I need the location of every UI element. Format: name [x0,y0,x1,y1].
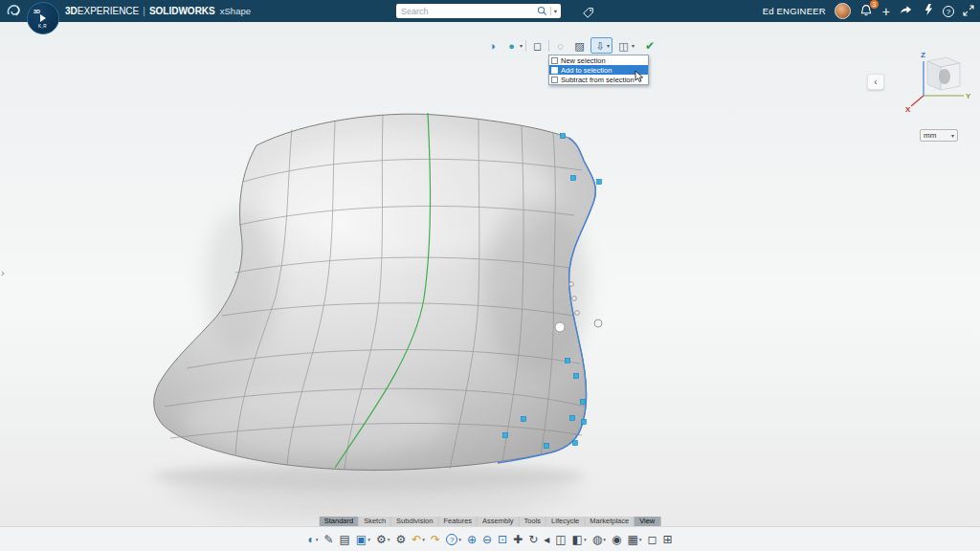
chevron-down-icon[interactable]: ▾ [388,537,390,542]
sketch-button[interactable]: ✎ [323,531,333,548]
selection-filter-icon: ◫ [615,38,632,54]
brand-product: SOLIDWORKS [149,6,215,16]
chevron-down-icon[interactable]: ▾ [520,42,523,49]
pan-button[interactable]: ✚ [513,531,523,548]
display-style-button[interactable]: ◐▾ [307,531,318,548]
chevron-down-icon[interactable]: ▾ [607,42,610,49]
box-select-button[interactable]: ◻ [529,38,546,54]
view-triad[interactable]: Z Y X [904,48,971,117]
chevron-down-icon[interactable]: ▾ [632,42,635,49]
appearance-button[interactable]: ◉ [612,531,621,548]
user-name[interactable]: Ed ENGINEER [763,6,826,16]
tab-view[interactable]: View [635,517,660,526]
panel-collapse-button[interactable]: ‹ [867,74,884,90]
sketch-icon: ✎ [323,532,333,547]
add-content-button[interactable]: + [882,5,890,18]
tab-sketch[interactable]: Sketch [359,517,391,526]
selection-toolbar: ◑ ● ▾ ◻ ◌ ▨ ⇩ ▾ ◫ ▾ ✔ [484,37,655,54]
selection-filter-button[interactable]: ◫ ▾ [615,38,635,54]
mouse-cursor [635,70,644,87]
brand-prefix: 3D [65,6,78,16]
zoom-fit-button[interactable]: ⊡ [498,531,507,548]
help-button-bottom[interactable]: ?▾ [446,531,461,548]
rotate-icon: ↻ [528,532,538,547]
hide-show-button[interactable]: ◍▾ [592,531,606,548]
share-button[interactable] [899,3,913,20]
tab-lifecycle[interactable]: Lifecycle [546,517,585,526]
chevron-down-icon: ▾ [951,132,954,139]
compass-play-icon [40,14,46,22]
chevron-down-icon[interactable]: ▾ [458,537,461,542]
chevron-down-icon[interactable]: ▾ [584,537,587,542]
menu-item-label: Subtract from selection [561,76,635,84]
tools-icon: ⚙ [376,532,387,547]
help-button[interactable]: ? [943,6,954,17]
isolate-button[interactable]: ◻ [648,531,657,548]
tag-button[interactable] [582,6,595,23]
menu-item-label: Add to selection [561,66,612,75]
chevron-down-icon[interactable]: ▾ [603,537,606,542]
undo-button[interactable]: ↶▾ [412,531,425,548]
multi-view-icon: ⊞ [663,532,673,547]
chevron-down-icon[interactable]: ▾ [368,537,370,542]
hide-show-icon: ◍ [592,532,602,547]
search-input[interactable] [396,7,537,16]
search-options-caret[interactable]: ▾ [554,8,561,15]
zoom-out-button[interactable]: ⊖ [482,531,492,548]
display-mode-icon: ◧ [572,532,583,547]
tab-tools[interactable]: Tools [520,517,547,526]
add-to-selection-icon [551,67,558,74]
tools-button[interactable]: ⚙▾ [376,531,390,548]
document-button[interactable]: ▤ [340,531,350,548]
fullscreen-button[interactable] [963,3,974,20]
selection-mode-icon: ⇩ [593,38,607,54]
tab-assembly[interactable]: Assembly [478,517,520,526]
3ds-logo[interactable] [5,2,22,23]
apps-button[interactable] [922,3,934,20]
rotate-view-button[interactable]: ↻ [528,531,538,548]
tab-marketplace[interactable]: Marketplace [585,517,635,526]
search-icon[interactable] [537,6,547,16]
redo-button[interactable]: ↷ [431,531,440,548]
previous-view-button[interactable]: ◂ [544,531,549,548]
display-mode-button[interactable]: ◧▾ [572,531,587,548]
notification-badge: 3 [870,0,879,9]
paint-select-button[interactable]: ▨ [571,38,588,54]
chevron-down-icon[interactable]: ▾ [316,537,319,542]
x-axis-label: X [905,105,911,113]
menu-item-add-to-selection[interactable]: Add to selection [549,65,648,75]
left-panel-toggle[interactable]: › [1,267,5,278]
confirm-button[interactable]: ✔ [645,39,655,53]
chevron-down-icon[interactable]: ▾ [639,537,642,542]
shaded-mode-button[interactable]: ◑ [484,38,501,54]
3d-viewport[interactable] [0,0,980,551]
section-view-button[interactable]: ◫ [555,531,566,548]
brand-suffix: EXPERIENCE [78,6,139,16]
triad-ghost-box [927,57,960,90]
save-icon: ▣ [356,532,367,547]
sphere-mode-button[interactable]: ● ▾ [503,38,523,54]
zoom-in-button[interactable]: ⊕ [467,531,477,548]
notifications-button[interactable]: 3 [859,4,874,18]
chair-model-canvas [0,0,980,551]
multi-view-button[interactable]: ⊞ [663,531,673,548]
settings-button[interactable]: ⚙ [395,531,406,548]
menu-item-new-selection[interactable]: New selection [549,55,648,65]
view-orientation-button[interactable]: ▦▾ [627,531,641,548]
selection-mode-button[interactable]: ⇩ ▾ [590,37,612,54]
previous-view-icon: ◂ [544,532,549,547]
user-avatar[interactable] [835,3,851,19]
chevron-down-icon[interactable]: ▾ [422,537,425,542]
y-axis-label: Y [966,92,971,100]
tab-features[interactable]: Features [438,517,478,526]
toolbar-divider [548,40,549,52]
tab-subdivision[interactable]: Subdivision [391,517,438,526]
tab-standard[interactable]: Standard [320,517,359,526]
help-icon: ? [446,534,457,545]
lasso-select-button[interactable]: ◌ [552,38,568,54]
menu-item-subtract-from-selection[interactable]: Subtract from selection [549,75,648,84]
save-button[interactable]: ▣▾ [356,531,370,548]
3dexperience-compass[interactable]: 3D K,R [27,2,59,34]
units-dropdown[interactable]: mm ▾ [920,129,958,142]
model-reflection [153,462,584,524]
